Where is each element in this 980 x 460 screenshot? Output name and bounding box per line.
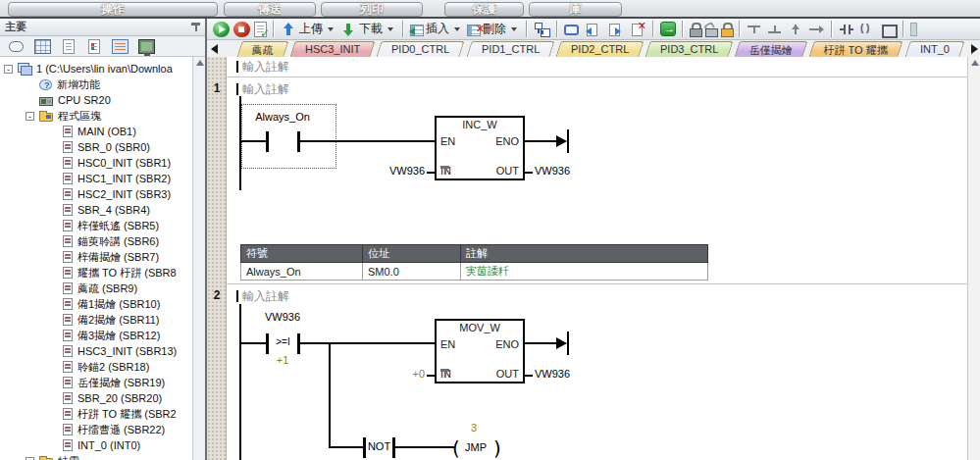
tab-scroll-right-icon[interactable] [971,44,978,54]
out-operand[interactable]: VW936 [535,165,570,177]
pou-tab[interactable]: INT_0 [904,41,964,57]
tree-item[interactable]: 錨萸聆講 (SBR6) [0,233,205,249]
lock-add-button[interactable] [719,20,735,39]
pou-tab[interactable]: 岳僅揭燴 [735,41,808,57]
menu-button-print[interactable]: 列印 [321,2,423,17]
program-comment[interactable]: 輸入註解 [242,59,289,76]
tree-item[interactable]: 聆錨2 (SBR18) [0,359,205,375]
compile-button[interactable] [252,20,269,39]
tree-item[interactable]: 備2揭燴 (SBR11) [0,312,205,328]
pin-icon[interactable] [191,22,200,32]
tree-item[interactable]: 備3揭燴 (SBR12) [0,328,205,343]
scroll-up-icon[interactable] [196,60,204,66]
tree-item[interactable]: 梓備揭燴 (SBR7) [0,249,205,265]
pou-tab[interactable]: PID0_CTRL [377,41,465,57]
stop-button[interactable] [232,20,252,39]
insert-box-button[interactable] [878,20,899,39]
tree-item[interactable]: 耀攜 TO 杅跰 (SBR8 [0,265,205,281]
instruction-box[interactable]: INC_W EN ENO IN OUT [435,116,525,180]
clipped-toolbar-button[interactable] [908,20,919,39]
delete-button[interactable]: 刪除 [465,20,522,39]
contact-operand[interactable]: VW936 [233,311,332,323]
page-forward-button[interactable] [603,20,626,39]
download-button[interactable]: 下載 [338,20,398,39]
lock-button[interactable] [688,20,703,39]
page-delete-button[interactable] [626,20,648,39]
tree-item[interactable]: INT_0 (INT0) [0,437,205,453]
contact-operand[interactable]: Always_On [233,111,332,123]
unlock-button[interactable] [703,20,719,39]
pou-tab[interactable]: PID3_CTRL [645,41,734,57]
cascade-button[interactable] [532,20,552,39]
out-operand[interactable]: VW936 [535,368,570,380]
tree-item[interactable]: 岳僅揭燴 (SBR19) [0,375,205,390]
tree-item[interactable]: - 特雯 [0,453,205,460]
symbol-table-row[interactable]: Always_On SM0.0 実茵諉粁 [241,263,708,281]
pou-tab[interactable]: P [965,41,966,57]
tree-item[interactable]: SBR_20 (SBR20) [0,390,205,406]
insert-button[interactable]: 插入 [408,20,465,39]
document-dots-icon[interactable] [88,39,100,54]
menu-button-operate[interactable]: 操作 [8,2,218,17]
tree-item[interactable]: 梓僅蚔遙 (SBR5) [0,218,205,233]
run-button[interactable] [211,20,232,39]
tab-scroll-left-icon[interactable] [211,44,218,54]
pou-tab[interactable]: PID1_CTRL [466,41,554,57]
insert-contact-button[interactable] [837,20,857,39]
tree-item[interactable]: MAIN (OB1) [0,124,205,139]
tree-item[interactable]: - 1 (C:\Users\lin ivan\Downloa [0,61,205,77]
chevron-down-icon[interactable] [454,27,460,31]
chevron-down-icon[interactable] [511,27,517,31]
line-up-button[interactable] [786,20,806,39]
menu-button-transfer[interactable]: 傳送 [224,2,316,17]
network-comment[interactable]: 輸入註解 [242,288,289,305]
compare-operand[interactable]: +1 [233,354,332,366]
grid-table-icon[interactable] [34,39,51,54]
tree-item[interactable]: 薦疏 (SBR9) [0,281,205,296]
go-button[interactable] [658,20,678,39]
branch-open-button[interactable] [745,20,765,39]
monitor-icon[interactable] [138,39,155,54]
tree-item[interactable]: HSC1_INIT (SBR2) [0,171,205,186]
network-comment[interactable]: 輸入註解 [242,81,289,98]
instruction-box[interactable]: MOV_W EN ENO IN OUT [435,319,525,383]
tree-expander[interactable]: - [26,457,34,460]
in-operand[interactable]: +0 [368,368,425,380]
tree-item[interactable]: - 程式區塊 [0,108,205,124]
pou-tab[interactable]: 薦疏 [236,41,288,57]
tree-item[interactable]: CPU SR20 [0,92,205,108]
jump-mnemonic[interactable]: JMP [458,441,493,453]
page-back-button[interactable] [581,20,603,39]
tree-item[interactable]: 新增功能 [0,77,205,92]
tree-item[interactable]: 杅擂曹遜 (SBR22) [0,422,205,437]
ladder-canvas[interactable]: 輸入註解 1 輸入註解 Always_On INC_W EN ENO IN [207,57,980,460]
pou-tab[interactable]: PID2_CTRL [555,41,644,57]
jump-target[interactable]: 3 [452,422,495,434]
contact-symbol[interactable] [266,131,269,152]
in-operand[interactable]: VW936 [348,165,425,177]
tree-item[interactable]: HSC2_INIT (SBR3) [0,186,205,202]
line-right-button[interactable] [806,20,827,39]
chevron-down-icon[interactable] [328,27,334,31]
insert-coil-button[interactable] [857,20,878,39]
menu-button-library[interactable]: 庫 [529,2,622,17]
tree-expander[interactable]: - [4,65,13,74]
tree-item[interactable]: 備1揭燴 (SBR10) [0,296,205,312]
editor-scrollbar[interactable] [967,57,980,460]
tree-item[interactable]: HSC0_INIT (SBR1) [0,155,205,171]
pou-tab[interactable]: HSC3_INIT [289,41,375,57]
list-icon[interactable] [112,39,129,54]
scroll-up-icon[interactable] [971,60,979,66]
document-icon[interactable] [63,39,75,54]
branch-close-button[interactable] [765,20,786,39]
tree-scrollbar[interactable] [192,57,205,460]
new-page-button[interactable] [562,20,581,39]
rounded-rect-icon[interactable] [8,39,25,54]
tree-item[interactable]: SBR_4 (SBR4) [0,202,205,218]
upload-button[interactable]: 上傳 [279,20,338,39]
chevron-down-icon[interactable] [387,27,393,31]
tree-item[interactable]: 杅跰 TO 耀攜 (SBR2 [0,406,205,422]
tree-item[interactable]: SBR_0 (SBR0) [0,139,205,155]
tree-expander[interactable]: - [26,112,34,121]
tree-item[interactable]: HSC3_INIT (SBR13) [0,343,205,359]
